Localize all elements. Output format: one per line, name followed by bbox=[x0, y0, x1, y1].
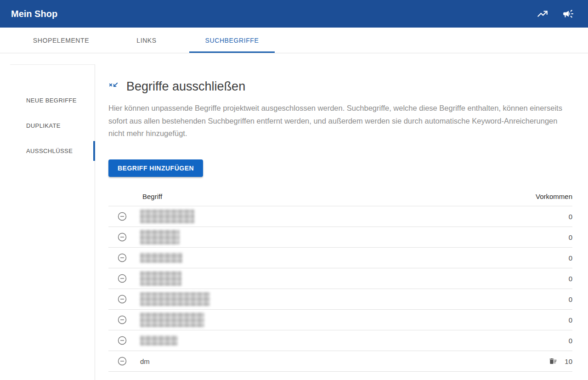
column-header-begriff: Begriff bbox=[108, 193, 162, 200]
content: NEUE BEGRIFFE DUPLIKATE AUSSCHLÜSSE Begr… bbox=[0, 64, 588, 380]
table-row: 0 bbox=[108, 310, 572, 330]
term-cell bbox=[140, 292, 210, 306]
redacted-term bbox=[140, 253, 182, 263]
remove-circle-icon[interactable] bbox=[118, 212, 127, 221]
redacted-term bbox=[140, 292, 210, 306]
remove-circle-icon[interactable] bbox=[118, 253, 127, 262]
term-cell bbox=[140, 210, 194, 223]
occurrence-count: 0 bbox=[566, 233, 572, 241]
main-panel: Begriffe ausschließen Hier können unpass… bbox=[95, 64, 588, 380]
count-cell: 0 bbox=[566, 233, 572, 241]
redacted-term bbox=[140, 335, 178, 346]
table-row: 0 bbox=[108, 248, 572, 268]
row-icon-cell bbox=[108, 253, 140, 262]
page-heading: Begriffe ausschließen bbox=[108, 79, 572, 94]
terms-table: Begriff Vorkommen 0 0 bbox=[108, 187, 572, 372]
count-cell: 0 bbox=[566, 316, 572, 324]
table-row: 0 bbox=[108, 289, 572, 310]
row-icon-cell bbox=[108, 315, 140, 324]
sidebar-item-neue-begriffe[interactable]: NEUE BEGRIFFE bbox=[10, 88, 95, 113]
trending-icon[interactable] bbox=[537, 8, 548, 20]
delete-sweep-icon[interactable] bbox=[549, 357, 557, 365]
count-cell: 0 bbox=[566, 213, 572, 221]
table-row: dm 10 bbox=[108, 351, 572, 372]
count-cell: 10 bbox=[549, 357, 572, 365]
page-title: Begriffe ausschließen bbox=[126, 79, 245, 94]
tab-suchbegriffe[interactable]: SUCHBEGRIFFE bbox=[189, 28, 275, 53]
redacted-term bbox=[140, 210, 194, 223]
term-cell bbox=[140, 230, 180, 244]
term-text: dm bbox=[140, 357, 150, 365]
tabbar: SHOPELEMENTE LINKS SUCHBEGRIFFE bbox=[0, 28, 588, 53]
remove-circle-icon[interactable] bbox=[118, 274, 127, 283]
sidebar-item-duplikate[interactable]: DUPLIKATE bbox=[10, 113, 95, 138]
term-cell bbox=[140, 253, 182, 263]
occurrence-count: 0 bbox=[566, 254, 572, 262]
row-icon-cell bbox=[108, 233, 140, 242]
table-row: 0 bbox=[108, 206, 572, 227]
app-title: Mein Shop bbox=[11, 9, 57, 19]
count-cell: 0 bbox=[566, 295, 572, 303]
occurrence-count: 0 bbox=[566, 295, 572, 303]
remove-circle-icon[interactable] bbox=[118, 295, 127, 304]
table-header: Begriff Vorkommen bbox=[108, 187, 572, 206]
table-row: 0 bbox=[108, 227, 572, 248]
occurrence-count: 10 bbox=[565, 357, 572, 365]
remove-circle-icon[interactable] bbox=[118, 233, 127, 242]
term-cell bbox=[140, 271, 181, 286]
row-icon-cell bbox=[108, 274, 140, 283]
tab-links[interactable]: LINKS bbox=[104, 28, 189, 53]
row-icon-cell bbox=[108, 212, 140, 221]
tab-shopelemente[interactable]: SHOPELEMENTE bbox=[18, 28, 104, 53]
sidebar: NEUE BEGRIFFE DUPLIKATE AUSSCHLÜSSE bbox=[10, 64, 95, 380]
occurrence-count: 0 bbox=[566, 213, 572, 221]
term-cell bbox=[140, 312, 204, 327]
term-cell bbox=[140, 335, 178, 346]
sidebar-item-ausschluesse[interactable]: AUSSCHLÜSSE bbox=[10, 138, 95, 164]
column-header-vorkommen: Vorkommen bbox=[536, 193, 572, 200]
occurrence-count: 0 bbox=[566, 337, 572, 345]
row-icon-cell bbox=[108, 336, 140, 345]
topbar-icons bbox=[537, 8, 574, 20]
announcement-icon[interactable] bbox=[562, 8, 574, 20]
row-icon-cell bbox=[108, 295, 140, 304]
count-cell: 0 bbox=[566, 275, 572, 283]
exclude-icon bbox=[108, 82, 119, 92]
occurrence-count: 0 bbox=[566, 316, 572, 324]
remove-circle-icon[interactable] bbox=[118, 315, 127, 324]
row-icon-cell bbox=[108, 357, 140, 366]
table-row: 0 bbox=[108, 330, 572, 351]
remove-circle-icon[interactable] bbox=[118, 357, 127, 366]
count-cell: 0 bbox=[566, 254, 572, 262]
count-cell: 0 bbox=[566, 337, 572, 345]
redacted-term bbox=[140, 271, 181, 286]
topbar: Mein Shop bbox=[0, 0, 588, 28]
remove-circle-icon[interactable] bbox=[118, 336, 127, 345]
redacted-term bbox=[140, 230, 180, 244]
term-cell: dm bbox=[140, 357, 150, 365]
table-row: 0 bbox=[108, 268, 572, 289]
redacted-term bbox=[140, 312, 204, 327]
occurrence-count: 0 bbox=[566, 275, 572, 283]
add-term-button[interactable]: BEGRIFF HINZUFÜGEN bbox=[108, 159, 203, 177]
table-body: 0 0 0 bbox=[108, 206, 572, 372]
page-description: Hier können unpassende Begriffe projektw… bbox=[108, 102, 572, 140]
